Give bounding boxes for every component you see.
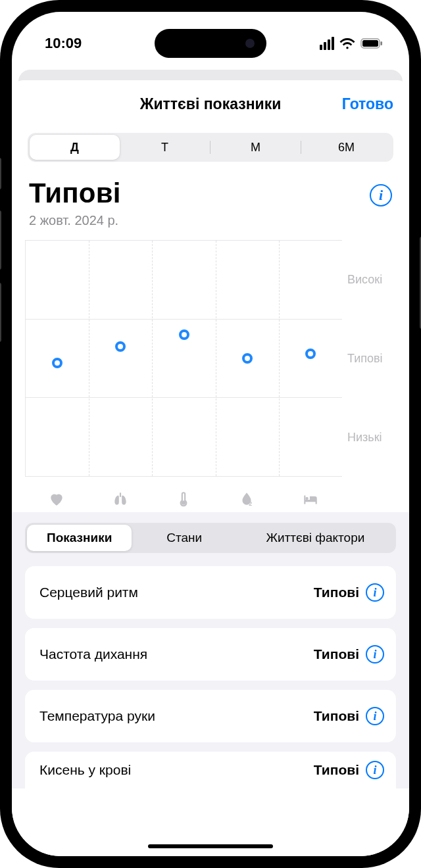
chart-plot bbox=[25, 240, 342, 477]
info-button[interactable]: i bbox=[370, 184, 392, 206]
metric-status: Типові bbox=[314, 762, 359, 778]
chart-point bbox=[305, 349, 316, 359]
metric-status: Типові bbox=[314, 646, 359, 662]
ylabel-low: Низькі bbox=[347, 430, 382, 444]
info-icon[interactable]: i bbox=[366, 761, 384, 779]
metric-name: Температура руки bbox=[39, 708, 155, 724]
metric-status: Типові bbox=[314, 708, 359, 724]
lungs-icon bbox=[112, 491, 129, 508]
range-week[interactable]: Т bbox=[120, 135, 210, 160]
cellular-icon bbox=[320, 37, 334, 50]
metric-status: Типові bbox=[314, 585, 359, 600]
bed-icon bbox=[302, 491, 319, 508]
view-segmented[interactable]: Показники Стани Життєві фактори bbox=[25, 523, 396, 553]
volume-down-button bbox=[0, 283, 1, 342]
wifi-icon bbox=[339, 37, 355, 50]
side-button bbox=[0, 158, 1, 189]
thermometer-icon bbox=[175, 491, 192, 508]
dynamic-island bbox=[155, 29, 266, 58]
status-time: 10:09 bbox=[45, 35, 82, 52]
info-icon[interactable]: i bbox=[366, 707, 384, 725]
page-title: Типові bbox=[29, 178, 121, 209]
nav-title: Життєві показники bbox=[140, 95, 282, 113]
phone-frame: 10:09 Життєві показники Готово Д Т bbox=[0, 0, 421, 868]
volume-up-button bbox=[0, 210, 1, 270]
chart-x-axis: 2 bbox=[25, 486, 396, 512]
metric-row[interactable]: Температура руки Типові i bbox=[25, 690, 396, 742]
chart-point bbox=[115, 341, 126, 352]
vitals-sheet: Життєві показники Готово Д Т М 6М Типові… bbox=[12, 80, 409, 856]
chart-y-axis: Високі Типові Низькі bbox=[342, 240, 396, 477]
time-range-segmented[interactable]: Д Т М 6М bbox=[28, 133, 393, 162]
svg-rect-1 bbox=[362, 40, 378, 47]
metric-row[interactable]: Кисень у крові Типові i bbox=[25, 752, 396, 788]
heart-icon bbox=[48, 491, 65, 508]
tab-factors[interactable]: Життєві фактори bbox=[237, 525, 394, 551]
home-indicator[interactable] bbox=[148, 844, 273, 848]
metric-name: Частота дихання bbox=[39, 646, 147, 662]
date-label: 2 жовт. 2024 р. bbox=[29, 213, 396, 228]
metric-name: Серцевий ритм bbox=[39, 585, 138, 600]
svg-rect-2 bbox=[381, 41, 383, 45]
metrics-list: Серцевий ритм Типові i Частота дихання Т… bbox=[25, 566, 396, 788]
metric-row[interactable]: Серцевий ритм Типові i bbox=[25, 566, 396, 619]
chart-point bbox=[242, 353, 253, 364]
tab-metrics[interactable]: Показники bbox=[27, 525, 132, 551]
nav-bar: Життєві показники Готово bbox=[12, 80, 409, 128]
ylabel-high: Високі bbox=[347, 272, 382, 286]
metric-name: Кисень у крові bbox=[39, 762, 131, 778]
vitals-chart: Високі Типові Низькі bbox=[25, 240, 396, 477]
ylabel-typical: Типові bbox=[347, 352, 383, 366]
range-month[interactable]: М bbox=[210, 135, 301, 160]
range-day[interactable]: Д bbox=[30, 135, 120, 160]
svg-point-5 bbox=[305, 497, 308, 500]
metric-row[interactable]: Частота дихання Типові i bbox=[25, 628, 396, 681]
battery-icon bbox=[360, 38, 383, 49]
chart-point bbox=[52, 358, 62, 368]
info-icon[interactable]: i bbox=[366, 583, 384, 602]
done-button[interactable]: Готово bbox=[342, 95, 393, 113]
info-icon[interactable]: i bbox=[366, 645, 384, 663]
tab-states[interactable]: Стани bbox=[132, 525, 236, 551]
svg-point-3 bbox=[182, 501, 185, 504]
chart-point bbox=[179, 329, 189, 340]
svg-text:2: 2 bbox=[249, 500, 253, 507]
range-6month[interactable]: 6М bbox=[301, 135, 391, 160]
oxygen-icon: 2 bbox=[238, 491, 255, 508]
